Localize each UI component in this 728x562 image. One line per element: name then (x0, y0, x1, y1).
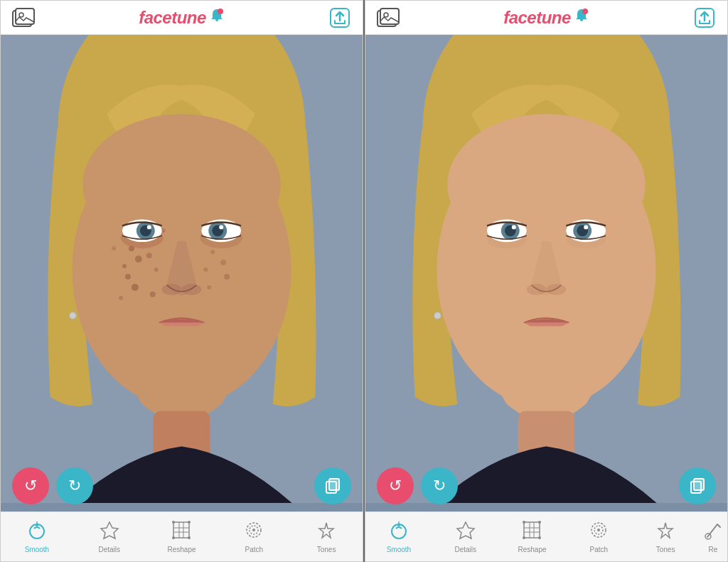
svg-point-72 (512, 225, 516, 229)
svg-point-8 (82, 114, 280, 255)
patch-icon (244, 520, 264, 543)
svg-point-13 (146, 253, 152, 258)
tool-patch-after[interactable]: Patch (565, 512, 632, 561)
photo-before: ↺ ↻ (1, 35, 363, 511)
bell-icon-after (574, 8, 589, 27)
svg-point-57 (252, 529, 255, 531)
photo-library-icon[interactable] (9, 8, 38, 28)
svg-point-17 (119, 296, 123, 300)
svg-point-24 (203, 267, 208, 272)
tool-reshape-after[interactable]: Reshape (499, 512, 566, 561)
details-icon-after (456, 520, 476, 543)
svg-marker-45 (101, 522, 118, 539)
svg-point-23 (220, 260, 226, 265)
tool-retouch-after[interactable]: Re (699, 512, 727, 561)
toolbar-before: Smooth Details (1, 511, 363, 561)
controls-overlay-before: ↺ ↻ (1, 460, 363, 511)
svg-point-22 (210, 250, 215, 254)
svg-point-92 (538, 521, 541, 524)
tool-tones-after[interactable]: Tones (632, 512, 699, 561)
photo-after: ↺ ↻ (365, 35, 727, 511)
svg-point-91 (523, 521, 525, 524)
svg-point-84 (397, 524, 400, 526)
svg-point-78 (547, 284, 567, 295)
details-icon (100, 520, 119, 543)
smooth-label-before: Smooth (25, 546, 49, 553)
tones-label-after: Tones (656, 546, 675, 553)
svg-point-15 (154, 267, 159, 272)
svg-point-52 (188, 521, 191, 524)
panel-after: facetune (365, 0, 728, 562)
svg-rect-82 (694, 479, 704, 490)
undo-button-before[interactable]: ↺ (12, 467, 49, 504)
tool-details-after[interactable]: Details (432, 512, 499, 561)
tool-smooth-after[interactable]: Smooth (365, 512, 432, 561)
retouch-icon-after (705, 520, 722, 543)
tones-label-before: Tones (317, 546, 336, 553)
svg-point-79 (434, 312, 441, 319)
svg-point-93 (523, 536, 525, 539)
undo-button-after[interactable]: ↺ (377, 467, 414, 504)
reshape-icon-after (522, 520, 542, 543)
svg-point-37 (162, 284, 182, 295)
svg-point-61 (582, 9, 588, 14)
panel-before: facetune (0, 0, 363, 562)
svg-point-38 (182, 284, 202, 295)
tones-icon-after (655, 520, 675, 543)
patch-label-after: Patch (590, 546, 609, 553)
retouch-label-after: Re (709, 546, 718, 553)
svg-point-97 (597, 529, 600, 531)
copy-button-after[interactable] (679, 467, 716, 504)
tones-icon (316, 520, 336, 543)
svg-point-18 (150, 292, 156, 297)
svg-point-53 (172, 536, 175, 539)
tool-tones-before[interactable]: Tones (290, 512, 363, 561)
controls-overlay-after: ↺ ↻ (365, 460, 727, 511)
bell-icon (209, 8, 225, 27)
share-icon-after[interactable] (690, 8, 719, 28)
details-label-before: Details (98, 546, 120, 553)
patch-label-before: Patch (245, 546, 264, 553)
tool-details-before[interactable]: Details (73, 512, 146, 561)
smooth-icon-after (389, 520, 409, 543)
smooth-icon (27, 520, 47, 543)
svg-point-39 (69, 312, 76, 319)
svg-point-76 (584, 225, 588, 229)
svg-rect-46 (173, 522, 189, 538)
smooth-label-after: Smooth (387, 546, 411, 553)
svg-rect-59 (380, 9, 399, 24)
svg-point-32 (147, 225, 151, 229)
svg-point-16 (132, 284, 139, 291)
svg-rect-1 (16, 9, 34, 24)
svg-point-36 (219, 225, 223, 229)
photo-library-icon-after[interactable] (374, 8, 402, 28)
svg-point-14 (125, 274, 131, 280)
share-icon-before[interactable] (326, 8, 354, 28)
svg-point-3 (218, 9, 223, 14)
tool-smooth-before[interactable]: Smooth (1, 512, 73, 561)
redo-button-after[interactable]: ↻ (421, 467, 458, 504)
header-before: facetune (1, 1, 363, 35)
svg-marker-85 (457, 522, 474, 539)
svg-point-94 (538, 536, 541, 539)
app-logo-after: facetune (503, 8, 589, 28)
reshape-label-before: Reshape (167, 546, 196, 553)
copy-button-before[interactable] (314, 467, 351, 504)
tool-patch-before[interactable]: Patch (218, 512, 290, 561)
details-label-after: Details (454, 546, 476, 553)
redo-button-before[interactable]: ↻ (56, 467, 93, 504)
tool-reshape-before[interactable]: Reshape (146, 512, 218, 561)
svg-point-10 (135, 255, 142, 263)
svg-point-66 (447, 114, 645, 255)
svg-rect-42 (329, 479, 339, 490)
header-after: facetune (365, 1, 727, 35)
svg-point-77 (527, 284, 547, 295)
svg-point-11 (122, 264, 127, 268)
svg-point-44 (36, 524, 38, 526)
svg-point-25 (224, 274, 230, 280)
svg-point-51 (172, 521, 175, 524)
svg-point-19 (112, 246, 116, 250)
svg-rect-86 (524, 522, 540, 538)
svg-point-54 (188, 536, 191, 539)
reshape-label-after: Reshape (518, 546, 546, 553)
